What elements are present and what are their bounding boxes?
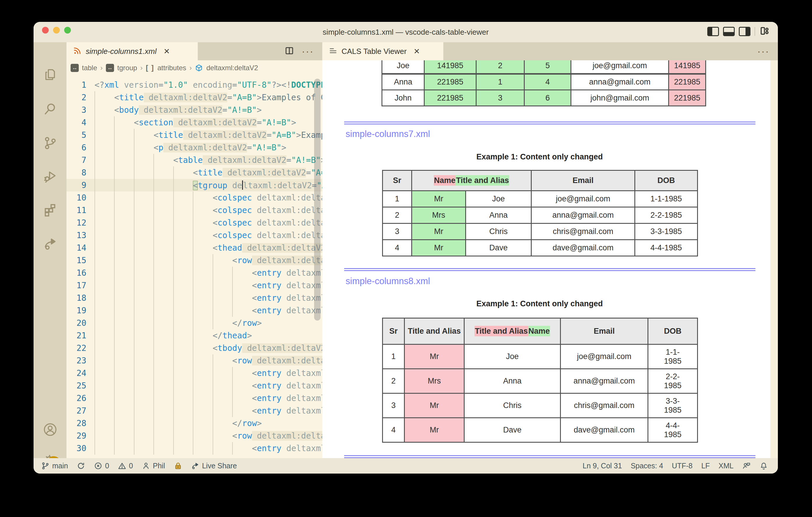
sync-icon <box>77 462 85 470</box>
file-link-simple-columns7[interactable]: simple-columns7.xml <box>346 129 430 139</box>
status-item-lf[interactable]: LF <box>701 462 709 470</box>
status-item-branch[interactable]: main <box>41 462 68 470</box>
editor-tab-bar: simple-columns1.xml ✕ ··· <box>66 42 322 60</box>
title-bar: simple-columns1.xml — vscode-cals-table-… <box>33 22 778 42</box>
table-cell: Joe <box>382 60 424 74</box>
header-cell: DOB <box>635 171 698 191</box>
customize-layout-icon[interactable] <box>759 26 770 37</box>
status-item-error[interactable]: 0 <box>94 462 109 470</box>
breadcrumb-separator: › <box>140 64 143 72</box>
more-actions-icon[interactable]: ··· <box>302 47 314 56</box>
table-row: 4MrDavedave@gmail.com4-4-1985 <box>383 240 698 256</box>
table-cell: 1 <box>383 344 405 369</box>
run-debug-icon[interactable] <box>43 169 57 183</box>
feed-icon <box>73 46 82 56</box>
code-line-4: 4<section deltaxml:deltaV2="A!=B"> <box>66 116 322 129</box>
breadcrumb-item-tgroup[interactable]: tgroup <box>117 64 137 72</box>
tab-cals-table-viewer[interactable]: CALS Table Viewer ✕ <box>322 42 443 60</box>
symbol-code-icon: ↔ <box>70 64 79 72</box>
line-number: 13 <box>66 229 94 242</box>
table-cell: anna@gmail.com <box>571 74 669 90</box>
code-line-1: 1<?xml version="1.0" encoding="UTF-8"?><… <box>66 79 322 91</box>
breadcrumb-item-attributes[interactable]: attributes <box>157 64 186 72</box>
status-label: LF <box>701 462 709 470</box>
line-number: 10 <box>66 191 94 204</box>
table-cell: 2 <box>383 369 405 393</box>
status-item-lock[interactable] <box>174 462 182 470</box>
line-number: 30 <box>66 442 94 455</box>
close-icon[interactable]: ✕ <box>413 47 420 56</box>
line-number: 7 <box>66 154 94 166</box>
status-item-ln-9-col-31[interactable]: Ln 9, Col 31 <box>583 462 622 470</box>
traffic-light-minimize-button[interactable] <box>53 27 60 33</box>
tab-simple-columns1[interactable]: simple-columns1.xml ✕ <box>66 42 198 60</box>
source-control-icon[interactable] <box>43 135 57 150</box>
code-line-17: 17<entry deltaxml:deltaV2="A=B"> <box>66 279 322 292</box>
close-icon[interactable]: ✕ <box>164 47 170 56</box>
split-editor-icon[interactable] <box>284 46 294 57</box>
code-line-10: 10<colspec deltaxml:deltaV2="A=B" colnam… <box>66 191 322 204</box>
traffic-light-close-button[interactable] <box>42 27 49 33</box>
table-cell: dave@gmail.com <box>560 418 648 443</box>
more-actions-icon[interactable]: ··· <box>757 47 770 56</box>
editor-scrollbar[interactable] <box>314 79 321 321</box>
code-line-22: 22<tbody deltaxml:deltaV2="A!=B"> <box>66 342 322 354</box>
status-label: Spaces: 4 <box>631 462 663 470</box>
code-editor[interactable]: 1<?xml version="1.0" encoding="UTF-8"?><… <box>66 75 322 458</box>
line-number: 8 <box>66 166 94 179</box>
table-row: 1MrJoejoe@gmail.com1-1- 1985 <box>383 344 698 369</box>
breadcrumb-separator: › <box>189 64 192 72</box>
table-cell: Mr <box>412 191 466 207</box>
table-cell: Anna <box>464 369 560 393</box>
line-number: 9 <box>66 179 94 191</box>
line-number: 5 <box>66 129 94 141</box>
status-label: main <box>52 462 68 470</box>
status-label: Phil <box>153 462 165 470</box>
table-cell: 4 <box>383 240 412 256</box>
code-line-7: 7<table deltaxml:deltaV2="A!=B"> <box>66 154 322 166</box>
webview-scrollbar-gutter[interactable] <box>770 60 778 458</box>
status-item-feedback[interactable] <box>742 462 751 470</box>
status-label: UTF-8 <box>672 462 693 470</box>
toggle-panel-icon[interactable] <box>723 27 735 36</box>
extensions-icon[interactable] <box>43 203 57 217</box>
toggle-secondary-sidebar-icon[interactable] <box>739 27 750 36</box>
status-item-utf-8[interactable]: UTF-8 <box>672 462 693 470</box>
table-cell: Chris <box>464 393 560 418</box>
table-cell: chris@gmail.com <box>560 393 648 418</box>
text-cursor <box>242 180 243 190</box>
line-number: 18 <box>66 292 94 304</box>
status-item-bell[interactable] <box>759 462 768 470</box>
symbol-code-icon: ↔ <box>106 64 114 72</box>
search-icon[interactable] <box>43 102 57 116</box>
line-number: 26 <box>66 392 94 404</box>
explorer-icon[interactable] <box>43 67 57 82</box>
table-cell: Joe <box>466 191 531 207</box>
toggle-primary-sidebar-icon[interactable] <box>707 27 719 36</box>
status-item-warning[interactable]: 0 <box>118 462 133 470</box>
status-item-spaces-4[interactable]: Spaces: 4 <box>631 462 663 470</box>
table-cell: 5 <box>524 60 571 74</box>
table-row: 2MrsAnnaanna@gmail.com2-2-1985 <box>383 207 698 223</box>
section-divider <box>344 122 755 124</box>
header-cell: DOB <box>648 318 698 344</box>
header-cell: Sr <box>383 318 405 344</box>
table-cell: joe@gmail.com <box>560 344 648 369</box>
live-share-icon[interactable] <box>43 236 57 251</box>
code-line-21: 21</thead> <box>66 329 322 342</box>
status-item-sync[interactable] <box>77 462 85 470</box>
breadcrumb-item-table[interactable]: table <box>82 64 97 72</box>
table-cell: 4-4- 1985 <box>648 418 698 443</box>
account-icon[interactable] <box>43 422 57 437</box>
table-cell: 4-4-1985 <box>635 240 698 256</box>
line-number: 20 <box>66 317 94 329</box>
traffic-light-maximize-button[interactable] <box>64 27 71 33</box>
table-header-row: SrTitle and AliasTitle and AliasNameEmai… <box>383 318 698 344</box>
status-item-person[interactable]: Phil <box>142 462 165 470</box>
status-item-xml[interactable]: XML <box>719 462 733 470</box>
status-item-share[interactable]: Live Share <box>191 462 237 470</box>
table-row: 1MrJoejoe@gmail.com1-1-1985 <box>383 191 698 207</box>
attributes-brackets-icon: [ ] <box>146 64 154 72</box>
file-link-simple-columns8[interactable]: simple-columns8.xml <box>346 276 430 286</box>
breadcrumb-item-deltaxml-deltav2[interactable]: deltaxml:deltaV2 <box>206 64 258 72</box>
